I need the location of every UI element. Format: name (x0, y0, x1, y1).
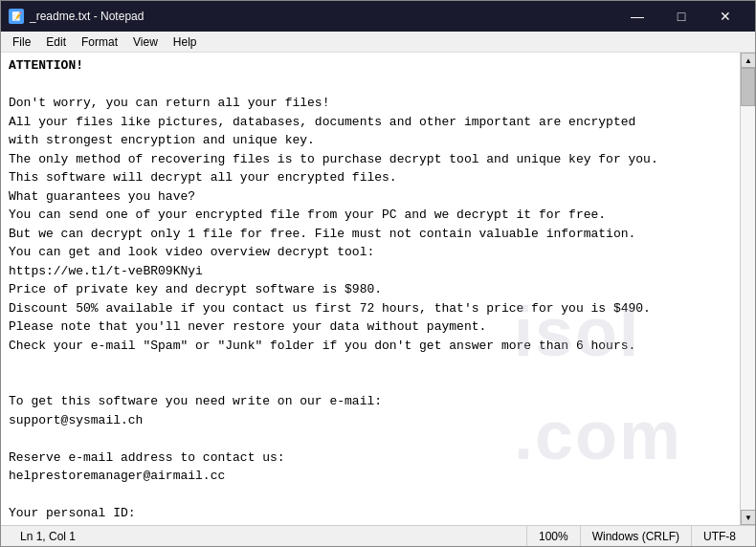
status-lineending: Windows (CRLF) (581, 526, 692, 546)
scroll-thumb[interactable] (741, 68, 755, 106)
minimize-button[interactable]: — (615, 1, 659, 32)
scroll-down-button[interactable]: ▼ (741, 510, 755, 525)
window-title: _readme.txt - Notepad (30, 10, 615, 23)
menu-bar: File Edit Format View Help (1, 32, 755, 53)
scroll-up-button[interactable]: ▲ (741, 53, 755, 68)
status-position: Ln 1, Col 1 (9, 526, 527, 546)
content-area: ATTENTION!Don't worry, you can return al… (1, 53, 755, 525)
close-button[interactable]: ✕ (703, 1, 747, 32)
menu-help[interactable]: Help (166, 33, 205, 52)
title-bar: 📝 _readme.txt - Notepad — □ ✕ (1, 1, 755, 32)
document-content: ATTENTION!Don't worry, you can return al… (9, 56, 732, 525)
status-bar: Ln 1, Col 1 100% Windows (CRLF) UTF-8 (1, 525, 755, 546)
window-controls: — □ ✕ (615, 1, 747, 32)
scroll-track[interactable] (741, 68, 755, 510)
notepad-window: 📝 _readme.txt - Notepad — □ ✕ File Edit … (0, 0, 756, 547)
menu-file[interactable]: File (5, 33, 38, 52)
maximize-button[interactable]: □ (659, 1, 703, 32)
menu-edit[interactable]: Edit (38, 33, 74, 52)
status-zoom: 100% (527, 526, 581, 546)
scrollbar-vertical[interactable]: ▲ ▼ (740, 53, 755, 525)
menu-view[interactable]: View (125, 33, 166, 52)
menu-format[interactable]: Format (74, 33, 125, 52)
text-editor[interactable]: ATTENTION!Don't worry, you can return al… (1, 53, 740, 525)
app-icon: 📝 (9, 9, 24, 24)
status-encoding: UTF-8 (692, 526, 747, 546)
